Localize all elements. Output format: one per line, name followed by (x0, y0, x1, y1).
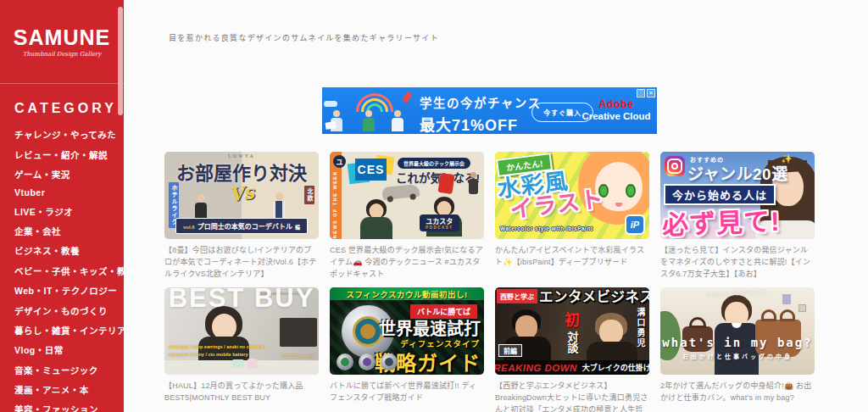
series-tag: 西野と学ぶ (497, 289, 537, 303)
video-caption[interactable]: バトルに勝てば新ベイ世界最速試打!! ディフェンスタイプ戦略ガイド (330, 381, 484, 404)
thumbnail-card-breaking-down[interactable]: 西野と学ぶ エンタメビジネス 初 対談 溝口勇児 前編 BREAKING DOW… (495, 287, 649, 409)
thumbnail-card-beyblade-guide[interactable]: スフィンクスカウル動画初出し! バトルに勝てば 世界最速試打 ディフェンスタイプ… (330, 287, 484, 409)
bag-handle (780, 309, 795, 321)
student-figure (392, 110, 403, 131)
sidebar-item-design[interactable]: デザイン・ものづくり (0, 300, 124, 320)
talk-characters: 対談 (565, 331, 581, 354)
thumb-title: これが気になる! (396, 169, 480, 186)
site-description: 目を惹かれる良質なデザインのサムネイルを集めたギャラリーサイト (169, 32, 439, 43)
sidebar-scrollbar[interactable] (118, 7, 123, 115)
thumb-title: エンタメビジネス (539, 287, 649, 306)
ibispaint-app-icon: iP (625, 214, 645, 235)
badge-subtitle: PODCAST (426, 225, 453, 230)
category-list: チャレンジ・やってみた レビュー・紹介・解説 ゲーム・実況 Vtuber LIV… (0, 125, 124, 412)
thumbnail-image[interactable]: おすすめの ジャンル20選 今から始める人は 必ず見て! ✨ (660, 152, 815, 239)
woman-figure (715, 295, 759, 375)
item-list-line2: sayonara denny / cio mobile battery (169, 351, 265, 359)
sidebar-item-lifestyle[interactable]: 暮らし・雑貨・インテリア (0, 320, 124, 340)
part-label: 前編 (498, 344, 522, 357)
mini-beyblade-shape (381, 354, 398, 370)
video-caption[interactable]: 2年かけて選んだバッグの中身紹介!👜 お出かけと仕事カバン。what's in … (660, 381, 815, 404)
thumbnail-image[interactable]: お気に入り愛用品多め! what's in my bag? お出かけと仕事バッグ… (660, 287, 815, 375)
thumbnail-image[interactable]: 西野と学ぶ エンタメビジネス 初 対談 溝口勇児 前編 BREAKING DOW… (495, 287, 649, 375)
instagram-dot (679, 160, 681, 162)
video-caption[interactable]: 【8畳】今回はお遊びなし!インテリアのプロが本気でコーディネート対決!Vol.6… (164, 245, 319, 281)
ces-logo: CES (352, 159, 391, 184)
thumbnail-image[interactable]: LOWYA お部屋作り対決 ホテルライク 北欧 Vs vol.6プロ同士の本気の… (164, 152, 319, 239)
sidebar-item-web-it[interactable]: Web・IT・テクノロジー (0, 281, 124, 300)
sidebar-item-challenge[interactable]: チャレンジ・やってみた (0, 125, 124, 144)
sidebar-item-music[interactable]: 音楽・ミュージック (0, 360, 124, 380)
thumbnail-card-watercolor-illust[interactable]: かんたん! 水彩風 イラスト Watercolor style with ibi… (495, 152, 649, 273)
site-logo-tagline: Thumbnail Design Gallery (0, 51, 124, 58)
thumbnail-card-ces-tech[interactable]: TECH NEWS OF THE WEEK ユ CES 世界最大級のテック展示会… (330, 152, 484, 273)
sidebar-item-manga-anime[interactable]: 漫画・アニメ・本 (0, 380, 124, 399)
sidebar-item-beauty[interactable]: 美容・ファッション (0, 399, 124, 412)
mini-beyblade-shape (359, 354, 376, 370)
top-title-row: 西野と学ぶ エンタメビジネス (495, 287, 649, 306)
thumbnail-card-room-battle[interactable]: LOWYA お部屋作り対決 ホテルライク 北欧 Vs vol.6プロ同士の本気の… (164, 152, 319, 273)
ad-subheadline: 最大71%OFF (420, 113, 542, 134)
sidebar-item-company[interactable]: 企業・会社 (0, 221, 124, 241)
ad-controls: ⓘ ✕ (637, 89, 655, 97)
window-shape (280, 318, 317, 347)
rocket-shape (402, 91, 413, 103)
thumbnail-image[interactable]: TECH NEWS OF THE WEEK ユ CES 世界最大級のテック展示会… (330, 152, 484, 239)
close-ad-icon[interactable]: ✕ (647, 89, 655, 97)
ad-copy: 学生の今がチャンス 最大71%OFF (420, 93, 542, 134)
ad-illustration (322, 87, 417, 134)
video-caption[interactable]: かんたん!アイビスペイントで水彩風イラスト✨【ibisPaint】ディープブリザ… (495, 245, 649, 269)
thumbnail-image[interactable]: かんたん! 水彩風 イラスト Watercolor style with ibi… (495, 152, 649, 239)
site-logo[interactable]: SAMUNE (0, 25, 124, 50)
gadget-shape (437, 173, 454, 194)
video-caption[interactable]: 【西野と学ぶエンタメビジネス】BreakingDown大ヒットに導いた溝口勇児さ… (495, 381, 649, 412)
main-content: 目を惹かれる良質なデザインのサムネイルを集めたギャラリーサイト 学生の今がチャン… (124, 0, 868, 412)
video-caption[interactable]: CES 世界最大級のテック展示会!気になるアイテム🚗 今週のテックニュース #ユ… (330, 245, 484, 281)
thumb-title: ジャンル20選 (687, 161, 788, 184)
style-tag-right: 北欧 (304, 186, 314, 204)
must-watch-text: 必ず見て! (661, 200, 781, 239)
video-caption[interactable]: 【HAUL】12月の買ってよかった購入品BEST5|MONTHLY BEST B… (164, 381, 319, 404)
badge-title: ユカスタ (426, 216, 453, 225)
sidebar-item-kids[interactable]: ベビー・子供・キッズ・教育 (0, 261, 124, 281)
channel-logo-icon: ユ (333, 155, 346, 168)
thumb-title: what's in my bag? (660, 336, 815, 349)
video-caption[interactable]: 【迷ったら見て】インスタの発信ジャンルをマネタイズのしやすさと共に解説!【インス… (660, 245, 815, 281)
guest-name-vertical: 溝口勇児 (634, 308, 647, 348)
sidebar: SAMUNE Thumbnail Design Gallery CATEGORY… (0, 0, 124, 412)
thumbnail-image[interactable]: BEST BUY chocopie / loop earrings / azuk… (164, 287, 319, 375)
car-shape (381, 184, 420, 201)
breaking-down-logo-text: BREAKING DOWN (495, 363, 577, 373)
sidebar-item-review[interactable]: レビュー・紹介・解説 (0, 144, 124, 164)
creative-cloud-text: Creative Cloud (580, 111, 653, 121)
ad-banner[interactable]: 学生の今がチャンス 最大71%OFF 今すぐ購入 Adobe Creative … (322, 87, 657, 134)
eye-shape (626, 184, 636, 198)
first-talk-text: 初 対談 (565, 308, 581, 357)
sidebar-item-game[interactable]: ゲーム・実況 (0, 164, 124, 184)
thumbnail-image[interactable]: スフィンクスカウル動画初出し! バトルに勝てば 世界最速試打 ディフェンスタイプ… (330, 287, 484, 375)
sidebar-item-vlog[interactable]: Vlog・日常 (0, 340, 124, 359)
thumbnail-card-whats-in-my-bag[interactable]: お気に入り愛用品多め! what's in my bag? お出かけと仕事バッグ… (660, 287, 815, 409)
sidebar-item-business[interactable]: ビジネス・教養 (0, 241, 124, 260)
bottom-banner: vol.6プロ同士の本気のコーデバトル編 (175, 218, 308, 234)
desk-item-shape (248, 359, 257, 369)
sidebar-item-vtuber[interactable]: Vtuber (0, 184, 124, 201)
thumb-title: お部屋作り対決 (164, 158, 319, 185)
item-list-line1: chocopie / loop earrings / azuki no chik… (169, 343, 265, 351)
subtitle-text: お出かけと仕事バッグの中身 (660, 352, 815, 360)
adobe-logo-text: Adobe (580, 98, 653, 110)
vs-text: Vs (228, 181, 256, 206)
thumbnail-card-best-buy[interactable]: BEST BUY chocopie / loop earrings / azuk… (164, 287, 319, 409)
sidebar-item-live-radio[interactable]: LIVE・ラジオ (0, 202, 124, 221)
thumbnail-card-instagram-genres[interactable]: おすすめの ジャンル20選 今から始める人は 必ず見て! ✨ 【迷ったら見て】イ… (660, 152, 815, 273)
expo-pill-label: 世界最大級のテック展示会 (398, 158, 470, 169)
ad-brand: Adobe Creative Cloud (580, 98, 653, 121)
bag-handle (761, 309, 776, 321)
mini-beyblade-shape (337, 354, 353, 370)
adchoices-icon[interactable]: ⓘ (637, 89, 645, 97)
credit-text: ©2022 December (282, 354, 315, 359)
person-figure (360, 199, 392, 239)
bottom-bar: BREAKING DOWN 大ブレイクの仕掛け人 (495, 360, 649, 375)
ad-headline: 学生の今がチャンス (420, 93, 542, 111)
thumbnail-grid: LOWYA お部屋作り対決 ホテルライク 北欧 Vs vol.6プロ同士の本気の… (164, 152, 815, 409)
